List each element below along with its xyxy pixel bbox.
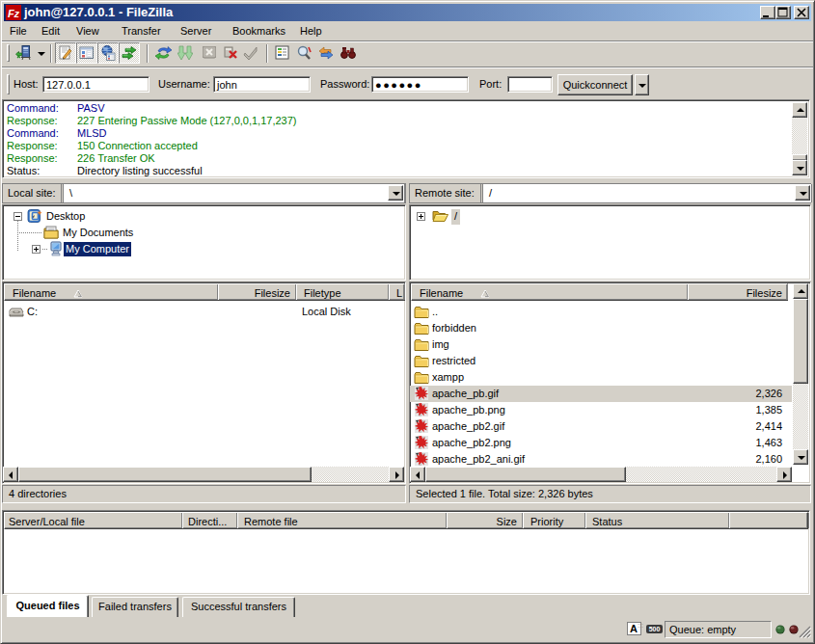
svg-text:Fz: Fz (8, 8, 20, 19)
